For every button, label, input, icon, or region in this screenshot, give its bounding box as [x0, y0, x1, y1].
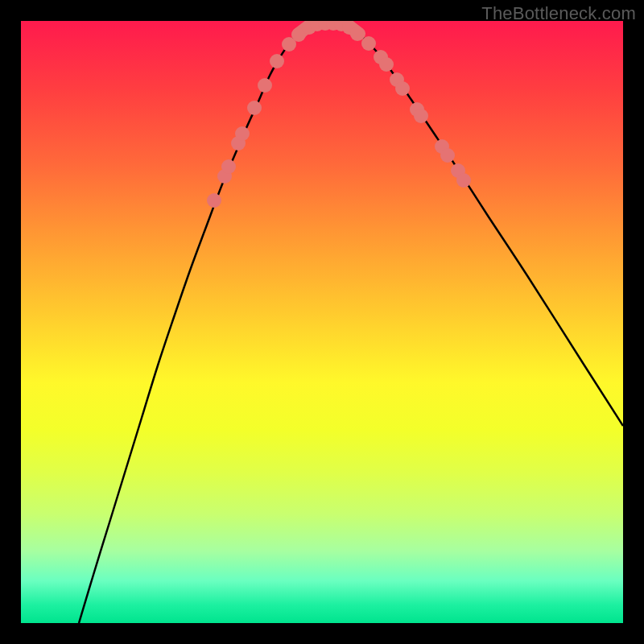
data-marker — [258, 78, 272, 93]
data-marker — [456, 173, 471, 188]
chart-plot-area — [21, 21, 623, 623]
data-marker — [235, 126, 250, 141]
data-marker — [247, 101, 262, 115]
data-marker — [221, 159, 236, 174]
data-marker — [350, 27, 365, 41]
data-marker — [207, 193, 221, 208]
watermark-text: TheBottleneck.com — [481, 3, 636, 24]
data-marker — [440, 148, 455, 163]
chart-svg — [21, 21, 623, 623]
data-marker — [270, 54, 284, 68]
bottleneck-curve — [79, 21, 623, 623]
curve-path — [79, 21, 623, 623]
data-marker — [361, 36, 376, 51]
data-marker — [379, 57, 394, 72]
data-marker — [414, 109, 428, 123]
chart-frame: TheBottleneck.com — [0, 0, 644, 644]
data-marker — [395, 81, 410, 96]
bottleneck-markers — [207, 21, 471, 208]
